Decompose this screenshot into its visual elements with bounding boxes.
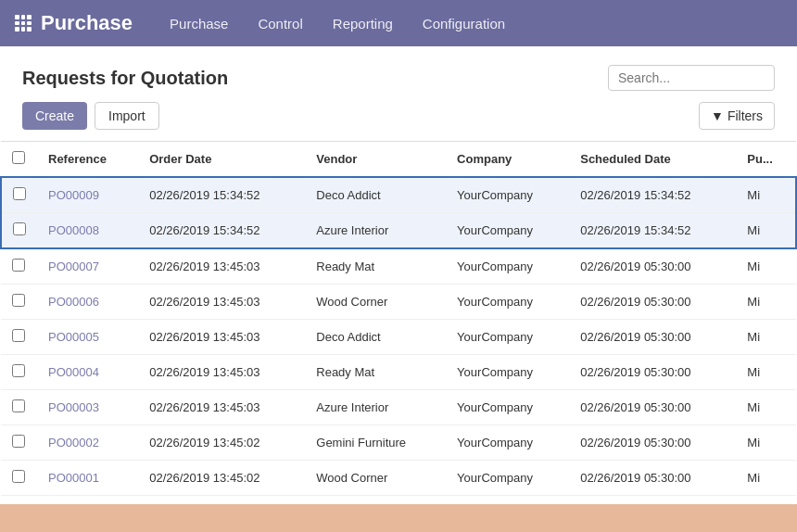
nav-purchase[interactable]: Purchase xyxy=(170,12,228,35)
cell-company: YourCompany xyxy=(446,320,569,355)
row-checkbox[interactable] xyxy=(12,294,25,307)
row-checkbox-cell xyxy=(1,425,37,461)
row-checkbox[interactable] xyxy=(12,470,25,483)
table-body: PO00009 02/26/2019 15:34:52 Deco Addict … xyxy=(1,177,796,496)
cell-scheduled-date: 02/26/2019 05:30:00 xyxy=(569,355,736,390)
filter-button[interactable]: ▼ Filters xyxy=(699,102,775,130)
cell-scheduled-date: 02/26/2019 05:30:00 xyxy=(569,425,736,461)
filter-label: Filters xyxy=(727,108,763,123)
row-checkbox-cell xyxy=(1,355,37,390)
create-button[interactable]: Create xyxy=(22,102,87,130)
cell-reference: PO00004 xyxy=(37,355,138,390)
row-checkbox[interactable] xyxy=(12,435,25,448)
select-all-checkbox[interactable] xyxy=(12,151,25,164)
table-row[interactable]: PO00004 02/26/2019 13:45:03 Ready Mat Yo… xyxy=(1,355,796,390)
table-row[interactable]: PO00009 02/26/2019 15:34:52 Deco Addict … xyxy=(1,177,796,213)
row-checkbox-cell xyxy=(1,213,37,249)
cell-reference: PO00003 xyxy=(37,390,138,425)
row-checkbox-cell xyxy=(1,390,37,425)
cell-reference: PO00001 xyxy=(37,461,138,496)
table-row[interactable]: PO00006 02/26/2019 13:45:03 Wood Corner … xyxy=(1,285,796,320)
page-header: Requests for Quotation xyxy=(0,46,797,102)
row-checkbox[interactable] xyxy=(12,259,25,272)
import-button[interactable]: Import xyxy=(95,102,159,130)
cell-scheduled-date: 02/26/2019 05:30:00 xyxy=(569,390,736,425)
cell-pu: Mi xyxy=(736,285,796,320)
header-order-date: Order Date xyxy=(138,142,305,178)
cell-company: YourCompany xyxy=(446,248,569,285)
header-reference: Reference xyxy=(37,142,138,178)
row-checkbox[interactable] xyxy=(13,187,26,200)
header-vendor: Vendor xyxy=(305,142,446,178)
cell-reference: PO00009 xyxy=(37,177,138,213)
cell-vendor: Gemini Furniture xyxy=(305,425,446,461)
row-checkbox-cell xyxy=(1,285,37,320)
page-title: Requests for Quotation xyxy=(22,68,228,89)
table-row[interactable]: PO00001 02/26/2019 13:45:02 Wood Corner … xyxy=(1,461,796,496)
cell-company: YourCompany xyxy=(446,355,569,390)
nav-configuration[interactable]: Configuration xyxy=(423,12,505,35)
table-header-row: Reference Order Date Vendor Company Sche… xyxy=(1,142,796,178)
toolbar-left: Create Import xyxy=(22,102,159,130)
row-checkbox[interactable] xyxy=(12,399,25,412)
cell-pu: Mi xyxy=(736,320,796,355)
search-input[interactable] xyxy=(608,65,775,91)
grid-icon xyxy=(15,15,32,32)
cell-order-date: 02/26/2019 13:45:03 xyxy=(138,355,305,390)
cell-company: YourCompany xyxy=(446,461,569,496)
cell-company: YourCompany xyxy=(446,425,569,461)
table-row[interactable]: PO00002 02/26/2019 13:45:02 Gemini Furni… xyxy=(1,425,796,461)
cell-pu: Mi xyxy=(736,177,796,213)
cell-order-date: 02/26/2019 13:45:03 xyxy=(138,390,305,425)
cell-company: YourCompany xyxy=(446,285,569,320)
cell-company: YourCompany xyxy=(446,177,569,213)
cell-pu: Mi xyxy=(736,248,796,285)
table-row[interactable]: PO00005 02/26/2019 13:45:03 Deco Addict … xyxy=(1,320,796,355)
cell-order-date: 02/26/2019 13:45:02 xyxy=(138,425,305,461)
brand-title: Purchase xyxy=(41,11,133,35)
table-row[interactable]: PO00007 02/26/2019 13:45:03 Ready Mat Yo… xyxy=(1,248,796,285)
table-row[interactable]: PO00008 02/26/2019 15:34:52 Azure Interi… xyxy=(1,213,796,249)
cell-vendor: Azure Interior xyxy=(305,213,446,249)
nav-reporting[interactable]: Reporting xyxy=(333,12,393,35)
row-checkbox-cell xyxy=(1,177,37,213)
cell-reference: PO00006 xyxy=(37,285,138,320)
cell-scheduled-date: 02/26/2019 05:30:00 xyxy=(569,248,736,285)
topbar-nav: Purchase Control Reporting Configuration xyxy=(170,12,505,35)
cell-pu: Mi xyxy=(736,390,796,425)
topbar: Purchase Purchase Control Reporting Conf… xyxy=(0,0,797,46)
toolbar: Create Import ▼ Filters xyxy=(0,102,797,141)
cell-reference: PO00002 xyxy=(37,425,138,461)
cell-scheduled-date: 02/26/2019 05:30:00 xyxy=(569,461,736,496)
cell-vendor: Deco Addict xyxy=(305,320,446,355)
row-checkbox[interactable] xyxy=(13,222,26,235)
row-checkbox[interactable] xyxy=(12,364,25,377)
cell-pu: Mi xyxy=(736,213,796,249)
cell-scheduled-date: 02/26/2019 15:34:52 xyxy=(569,177,736,213)
cell-order-date: 02/26/2019 13:45:03 xyxy=(138,285,305,320)
cell-order-date: 02/26/2019 15:34:52 xyxy=(138,213,305,249)
cell-order-date: 02/26/2019 13:45:02 xyxy=(138,461,305,496)
cell-pu: Mi xyxy=(736,461,796,496)
cell-scheduled-date: 02/26/2019 05:30:00 xyxy=(569,285,736,320)
table-wrapper: Reference Order Date Vendor Company Sche… xyxy=(0,141,797,496)
row-checkbox-cell xyxy=(1,461,37,496)
brand[interactable]: Purchase xyxy=(15,11,133,35)
cell-vendor: Azure Interior xyxy=(305,390,446,425)
row-checkbox-cell xyxy=(1,248,37,285)
header-pu: Pu... xyxy=(736,142,796,178)
main-content: Requests for Quotation Create Import ▼ F… xyxy=(0,46,797,532)
cell-reference: PO00008 xyxy=(37,213,138,249)
footer-bar xyxy=(0,504,797,532)
cell-scheduled-date: 02/26/2019 15:34:52 xyxy=(569,213,736,249)
cell-reference: PO00007 xyxy=(37,248,138,285)
header-scheduled-date: Scheduled Date xyxy=(569,142,736,178)
quotations-table: Reference Order Date Vendor Company Sche… xyxy=(0,141,797,496)
cell-vendor: Ready Mat xyxy=(305,248,446,285)
cell-order-date: 02/26/2019 13:45:03 xyxy=(138,248,305,285)
row-checkbox[interactable] xyxy=(12,329,25,342)
cell-company: YourCompany xyxy=(446,390,569,425)
cell-pu: Mi xyxy=(736,355,796,390)
nav-control[interactable]: Control xyxy=(258,12,302,35)
table-row[interactable]: PO00003 02/26/2019 13:45:03 Azure Interi… xyxy=(1,390,796,425)
